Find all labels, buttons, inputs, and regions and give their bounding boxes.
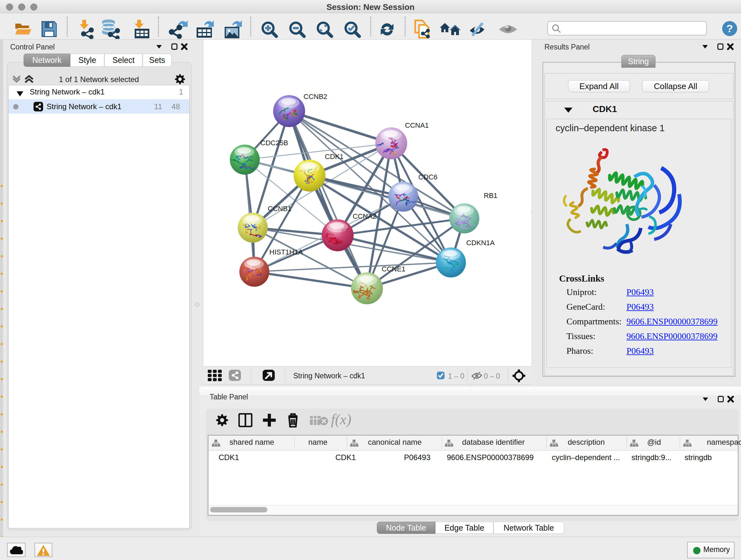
svg-text:CCNE1: CCNE1 [382, 265, 406, 273]
svg-text:RB1: RB1 [484, 192, 497, 199]
svg-text:CCNA1: CCNA1 [405, 121, 429, 129]
svg-text:CDKN1A: CDKN1A [466, 239, 495, 247]
svg-text:HIST1H1A: HIST1H1A [269, 248, 303, 256]
svg-text:CDK1: CDK1 [325, 152, 344, 161]
svg-text:CCNB2: CCNB2 [304, 92, 327, 101]
svg-text:CDC6: CDC6 [418, 173, 437, 181]
svg-text:CDC25B: CDC25B [260, 139, 288, 147]
svg-text:CCNA2: CCNA2 [353, 212, 377, 220]
svg-text:CCNB1: CCNB1 [268, 205, 292, 212]
